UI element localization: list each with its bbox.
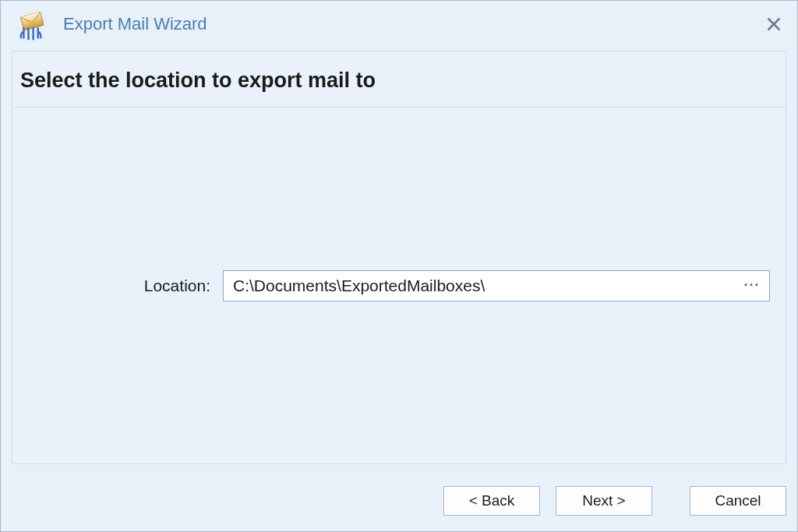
- next-button[interactable]: Next >: [556, 486, 652, 516]
- titlebar-title: Export Mail Wizard: [63, 14, 764, 34]
- mail-export-icon: [15, 8, 48, 41]
- back-button[interactable]: < Back: [443, 486, 540, 516]
- titlebar: Export Mail Wizard: [1, 1, 797, 48]
- ellipsis-icon: ···: [743, 284, 760, 287]
- close-icon[interactable]: [764, 15, 783, 33]
- page-heading: Select the location to export mail to: [20, 69, 778, 93]
- content-panel: Select the location to export mail to Lo…: [12, 51, 786, 464]
- location-label: Location:: [12, 277, 223, 295]
- heading-section: Select the location to export mail to: [12, 51, 786, 107]
- location-input-wrapper: ···: [223, 270, 770, 301]
- browse-button[interactable]: ···: [735, 271, 769, 301]
- button-bar: < Back Next > Cancel: [1, 475, 797, 531]
- form-area: Location: ···: [12, 107, 786, 463]
- location-input[interactable]: [224, 271, 735, 301]
- export-mail-wizard-dialog: Export Mail Wizard Select the location t…: [0, 0, 798, 532]
- cancel-button[interactable]: Cancel: [690, 486, 786, 516]
- location-row: Location: ···: [12, 270, 770, 301]
